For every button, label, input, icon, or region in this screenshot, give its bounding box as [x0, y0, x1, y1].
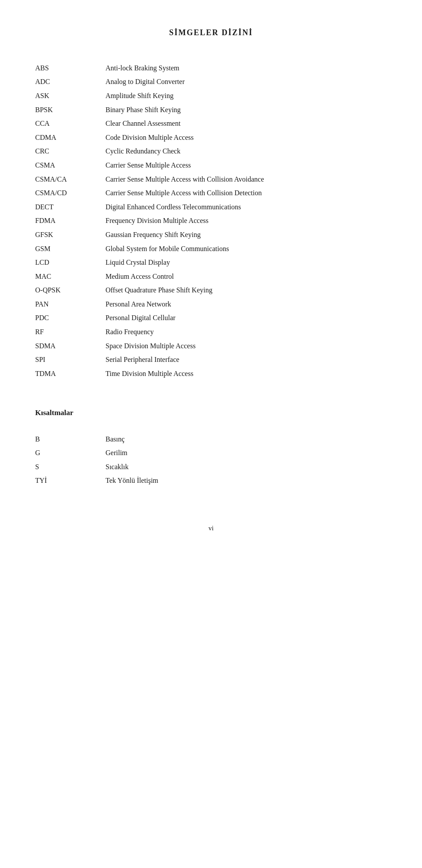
acronym-definition: Code Division Multiple Access: [106, 131, 387, 145]
acronym-definition: Clear Channel Assessment: [106, 117, 387, 131]
acronym-definition: Analog to Digital Converter: [106, 75, 387, 89]
list-item: FDMAFrequency Division Multiple Access: [35, 214, 387, 228]
acronym-abbr: CSMA/CA: [35, 172, 106, 186]
section-title: Kısaltmalar: [35, 407, 387, 419]
list-item: ADCAnalog to Digital Converter: [35, 75, 387, 89]
list-item: CRCCyclic Redundancy Check: [35, 144, 387, 158]
list-item: CDMACode Division Multiple Access: [35, 131, 387, 145]
acronym-abbr: SDMA: [35, 339, 106, 353]
list-item: SSıcaklık: [35, 460, 387, 474]
acronym-definition: Liquid Crystal Display: [106, 255, 387, 270]
acronym-abbr: CRC: [35, 144, 106, 158]
list-item: DECTDigital Enhanced Cordless Telecommun…: [35, 200, 387, 214]
acronym-abbr: CSMA/CD: [35, 186, 106, 200]
list-item: CCAClear Channel Assessment: [35, 117, 387, 131]
list-item: CSMA/CDCarrier Sense Multiple Access wit…: [35, 186, 387, 200]
list-item: TDMATime Division Multiple Access: [35, 367, 387, 381]
list-item: SDMASpace Division Multiple Access: [35, 339, 387, 353]
page-number: vi: [35, 523, 387, 533]
abbreviation-definition: Tek Yönlü İletişim: [106, 474, 387, 488]
list-item: BPSKBinary Phase Shift Keying: [35, 103, 387, 117]
list-item: MACMedium Access Control: [35, 270, 387, 284]
acronym-definition: Offset Quadrature Phase Shift Keying: [106, 283, 387, 297]
page-title: SİMGELER DİZİNİ: [35, 26, 387, 39]
abbreviation-abbr: TYİ: [35, 474, 106, 488]
abbreviation-definition: Sıcaklık: [106, 460, 387, 474]
acronym-definition: Gaussian Frequency Shift Keying: [106, 228, 387, 242]
acronym-abbr: ABS: [35, 61, 106, 75]
list-item: BBasınç: [35, 432, 387, 446]
acronym-abbr: BPSK: [35, 103, 106, 117]
acronym-definition: Personal Digital Cellular: [106, 311, 387, 325]
abbreviation-abbr: S: [35, 460, 106, 474]
acronym-definition: Anti-lock Braking System: [106, 61, 387, 75]
acronym-definition: Global System for Mobile Communications: [106, 242, 387, 256]
list-item: TYİTek Yönlü İletişim: [35, 474, 387, 488]
acronym-abbr: GSM: [35, 242, 106, 256]
acronym-definition: Amplitude Shift Keying: [106, 89, 387, 103]
acronym-definition: Carrier Sense Multiple Access: [106, 158, 387, 172]
acronym-abbr: RF: [35, 325, 106, 339]
acronym-abbr: FDMA: [35, 214, 106, 228]
acronym-definition: Serial Peripheral Interface: [106, 353, 387, 367]
acronym-definition: Time Division Multiple Access: [106, 367, 387, 381]
acronym-definition: Space Division Multiple Access: [106, 339, 387, 353]
acronym-abbr: TDMA: [35, 367, 106, 381]
list-item: ABSAnti-lock Braking System: [35, 61, 387, 75]
acronym-abbr: PAN: [35, 297, 106, 311]
acronym-definition: Digital Enhanced Cordless Telecommunicat…: [106, 200, 387, 214]
abbreviation-definition: Gerilim: [106, 446, 387, 460]
list-item: PDCPersonal Digital Cellular: [35, 311, 387, 325]
list-item: GGerilim: [35, 446, 387, 460]
acronym-abbr: DECT: [35, 200, 106, 214]
acronym-table: ABSAnti-lock Braking SystemADCAnalog to …: [35, 61, 387, 381]
list-item: GSMGlobal System for Mobile Communicatio…: [35, 242, 387, 256]
list-item: PANPersonal Area Network: [35, 297, 387, 311]
acronym-abbr: GFSK: [35, 228, 106, 242]
list-item: O-QPSKOffset Quadrature Phase Shift Keyi…: [35, 283, 387, 297]
acronym-definition: Carrier Sense Multiple Access with Colli…: [106, 172, 387, 186]
acronym-definition: Personal Area Network: [106, 297, 387, 311]
acronym-abbr: CSMA: [35, 158, 106, 172]
acronym-abbr: O-QPSK: [35, 283, 106, 297]
list-item: SPISerial Peripheral Interface: [35, 353, 387, 367]
acronym-definition: Carrier Sense Multiple Access with Colli…: [106, 186, 387, 200]
list-item: ASKAmplitude Shift Keying: [35, 89, 387, 103]
acronym-abbr: SPI: [35, 353, 106, 367]
acronym-definition: Cyclic Redundancy Check: [106, 144, 387, 158]
acronym-abbr: LCD: [35, 255, 106, 270]
acronym-abbr: MAC: [35, 270, 106, 284]
list-item: CSMA/CACarrier Sense Multiple Access wit…: [35, 172, 387, 186]
acronym-definition: Frequency Division Multiple Access: [106, 214, 387, 228]
acronym-abbr: ADC: [35, 75, 106, 89]
acronym-abbr: CCA: [35, 117, 106, 131]
abbreviation-abbr: B: [35, 432, 106, 446]
abbreviation-definition: Basınç: [106, 432, 387, 446]
list-item: CSMACarrier Sense Multiple Access: [35, 158, 387, 172]
acronym-abbr: PDC: [35, 311, 106, 325]
abbreviation-abbr: G: [35, 446, 106, 460]
list-item: GFSKGaussian Frequency Shift Keying: [35, 228, 387, 242]
acronym-definition: Medium Access Control: [106, 270, 387, 284]
acronym-definition: Radio Frequency: [106, 325, 387, 339]
acronym-abbr: ASK: [35, 89, 106, 103]
list-item: RFRadio Frequency: [35, 325, 387, 339]
list-item: LCDLiquid Crystal Display: [35, 255, 387, 270]
abbreviations-table: BBasınçGGerilimSSıcaklıkTYİTek Yönlü İle…: [35, 432, 387, 488]
acronym-definition: Binary Phase Shift Keying: [106, 103, 387, 117]
acronym-abbr: CDMA: [35, 131, 106, 145]
